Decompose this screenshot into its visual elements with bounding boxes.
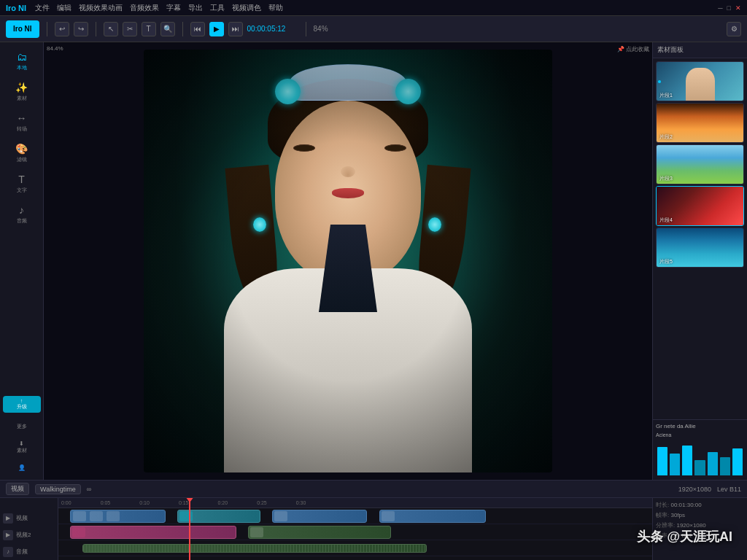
maximize-btn[interactable]: □ [727,4,731,12]
bar-6 [720,457,730,475]
play-next-btn[interactable]: ⏭ [228,22,243,36]
zoom-tool[interactable]: 🔍 [160,22,175,36]
sidebar-item-more[interactable]: 更多 [3,420,41,433]
brand-label: Iro NI [13,25,32,33]
audio-label: 音频 [16,548,28,556]
thumbnail-3[interactable]: 片段3 [656,144,744,184]
menu-export[interactable]: 导出 [188,3,203,13]
menu-tools[interactable]: 工具 [210,3,225,13]
bar-4 [694,460,705,475]
clip-v1-3-thumb [274,511,287,521]
sidebar-item-download[interactable]: ⬇ 素材 [3,438,41,457]
sidebar-item-audio[interactable]: ♪ 音频 [3,201,41,228]
cut-tool[interactable]: ✂ [123,22,137,36]
thumbnail-1[interactable]: 片段1 [656,61,744,101]
bottom-panel: 视频 Walkingtime ∞ 1920×1080 Lev B11 ▶ 视频 … [0,480,747,560]
clip-a1[interactable] [82,544,427,553]
eye-right [384,144,406,152]
filter-icon: 🎨 [4,143,39,155]
main-preview-image [144,50,552,472]
text-tool[interactable]: T [142,22,156,36]
timeline-ruler: 0:00 0:05 0:10 0:15 0:20 0:25 0:30 [58,498,652,508]
playhead[interactable] [189,498,190,560]
app-title: Iro NI [6,4,26,12]
audio-track-icon: ♪ [3,547,13,557]
sidebar-filter-label: 滤镜 [4,156,39,163]
close-btn[interactable]: ✕ [735,4,741,12]
thumbnail-2[interactable]: 片段2 [656,103,744,143]
menu-subtitle[interactable]: 字幕 [166,3,181,13]
walkingtime-btn[interactable]: Walkingtime [35,484,81,494]
brand-button[interactable]: Iro NI [6,20,39,38]
earring-right-gem [428,217,441,232]
minimize-btn[interactable]: ─ [718,4,722,12]
ruler-15: 0:15 [179,500,189,505]
play-prev-btn[interactable]: ⏮ [190,22,205,36]
menu-video-effects[interactable]: 视频效果动画 [79,3,123,13]
title-bar: Iro NI 文件 编辑 视频效果动画 音频效果 字幕 导出 工具 视频调色 帮… [0,0,747,16]
toolbar-sep-1 [47,22,47,36]
preview-canvas[interactable]: 84.4% 📌 点此收藏 [44,42,652,480]
clip-v1-1[interactable] [70,510,165,523]
thumbnail-4[interactable]: 片段4 [656,186,744,226]
center-area: 84.4% 📌 点此收藏 [44,42,652,480]
sidebar-item-effects[interactable]: ✨ 素材 [3,79,41,105]
timeline-fps-info: Lev B11 [717,486,741,493]
sidebar-item-filter[interactable]: 🎨 滤镜 [3,140,41,166]
redo-btn[interactable]: ↪ [74,22,88,36]
timeline-info-panel: 时长: 00:01:30:00 帧率: 30fps 分辨率: 1920×1080… [652,498,747,560]
thumb-1-label: 片段1 [659,92,673,99]
menu-color[interactable]: 视频调色 [232,3,261,13]
sidebar-item-transition[interactable]: ↔ 转场 [3,109,41,136]
clip-v1-4[interactable] [379,510,487,523]
play-btn[interactable]: ▶ [209,22,224,36]
clip-v1-1-thumb2 [90,511,103,521]
video2-label: 视频2 [16,531,31,539]
thumb-1-indicator [658,80,661,83]
menu-help[interactable]: 帮助 [268,3,283,13]
top-right-info: 📌 点此收藏 [617,45,649,53]
audio-icon: ♪ [4,204,39,216]
sidebar-item-text[interactable]: T 文字 [3,171,41,197]
clip-v2-1[interactable] [70,526,236,539]
track-row-audio [58,540,652,556]
timeline-loop-icon[interactable]: ∞ [87,486,91,493]
menu-audio-effects[interactable]: 音频效果 [130,3,159,13]
earring-right [428,217,443,246]
clip-v1-3[interactable] [272,510,367,523]
track-label-video2: ▶ 视频2 [3,528,55,542]
bar-chart [656,440,744,477]
current-time: 00:00:05:12 [247,25,298,33]
upgrade-button[interactable]: ↑ 升级 [3,396,41,413]
undo-btn[interactable]: ↩ [55,22,69,36]
toolbar-sep-3 [182,22,183,36]
right-sidebar-header: 素材面板 [653,42,747,58]
video-track-btn[interactable]: 视频 [6,483,29,495]
timeline-res: 分辨率: 1920×1080 [656,521,744,529]
menu-file[interactable]: 文件 [35,3,50,13]
download-label: 素材 [4,447,39,454]
sidebar-item-user[interactable]: 👤 [3,462,41,474]
text-icon: T [4,174,39,185]
left-sidebar: 🗂 本地 ✨ 素材 ↔ 转场 🎨 滤镜 T 文字 ♪ 音频 ↑ 升级 更多 [0,42,44,480]
settings-icon[interactable]: ⚙ [727,22,741,36]
track-label-audio: ♪ 音频 [3,545,55,559]
toolbar-sep-2 [96,22,96,36]
bar-1 [657,447,667,475]
cursor-tool[interactable]: ↖ [104,22,118,36]
ruler-30: 0:30 [296,500,306,505]
main-layout: 🗂 本地 ✨ 素材 ↔ 转场 🎨 滤镜 T 文字 ♪ 音频 ↑ 升级 更多 [0,42,747,480]
sidebar-item-media[interactable]: 🗂 本地 [3,48,41,74]
bar-7 [732,448,743,475]
clip-v1-1-thumb3 [107,511,120,521]
clip-v2-2[interactable] [248,526,390,539]
menu-edit[interactable]: 编辑 [57,3,71,13]
ruler-10: 0:10 [139,500,150,505]
timeline-tracks[interactable]: 0:00 0:05 0:10 0:15 0:20 0:25 0:30 [58,498,652,560]
sidebar-text-label: 文字 [4,187,39,194]
thumbnail-5[interactable]: 片段5 [656,228,744,268]
clip-v1-1-thumb1 [73,511,86,521]
timeline-duration: 时长: 00:01:30:00 [656,501,744,509]
zoom-level: 84% [314,25,328,33]
upgrade-label: 升级 [6,403,38,411]
